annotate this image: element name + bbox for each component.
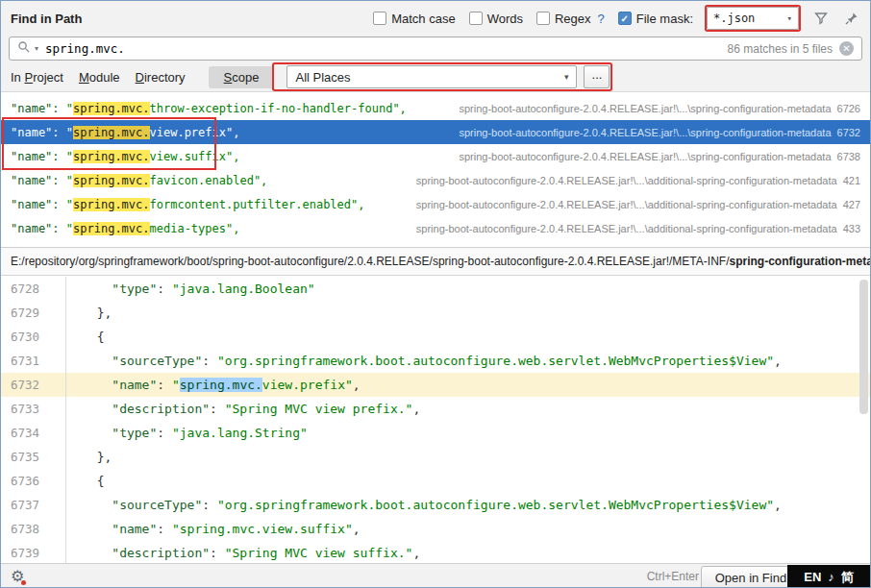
code-line-text: "sourceType": "org.springframework.boot.… (66, 493, 782, 517)
code-line-text: }, (66, 445, 112, 469)
result-row[interactable]: "name": "spring.mvc.throw-exception-if-n… (1, 96, 870, 120)
scope-tab-scope[interactable]: Scope (209, 66, 275, 88)
ime-language-indicator[interactable]: EN ♪ 简 (787, 565, 870, 588)
file-mask-combobox[interactable]: *.json (707, 7, 799, 30)
result-match-text: "name": "spring.mvc.view.prefix", (11, 126, 239, 139)
code-line-text: "sourceType": "org.springframework.boot.… (66, 349, 782, 373)
search-query-text: spring.mvc. (45, 41, 125, 56)
code-line-text: { (66, 325, 104, 349)
line-number: 6736 (1, 469, 66, 493)
preview-file-path: E:/repository/org/springframework/boot/s… (1, 247, 870, 276)
result-row[interactable]: "name": "spring.mvc.view.prefix",spring-… (1, 120, 870, 144)
match-case-checkbox[interactable]: Match case (373, 12, 455, 26)
checkbox-box-checked (618, 12, 632, 25)
file-mask-checkbox[interactable]: File mask: (618, 12, 693, 26)
code-line-text: }, (66, 301, 112, 325)
chevron-down-icon (564, 72, 569, 82)
pin-icon[interactable] (843, 10, 860, 27)
match-case-label: Match case (391, 12, 455, 26)
search-icon[interactable] (17, 40, 31, 57)
clear-search-icon[interactable]: ✕ (839, 41, 854, 56)
regex-label: Regex (555, 12, 591, 26)
code-preview-editor[interactable]: 6728 "type": "java.lang.Boolean"6729 },6… (1, 277, 870, 563)
code-line: 6734 "type": "java.lang.String" (1, 421, 870, 445)
dialog-header: Find in Path Match case Words Regex ? Fi… (1, 1, 870, 36)
code-line: 6731 "sourceType": "org.springframework.… (1, 349, 870, 373)
result-row[interactable]: "name": "spring.mvc.media-types",spring-… (1, 216, 870, 240)
ime-lang-label: 简 (841, 569, 854, 586)
code-line-text: "description": "Spring MVC view prefix."… (66, 397, 420, 421)
result-match-text: "name": "spring.mvc.view.suffix", (11, 150, 239, 163)
result-row[interactable]: "name": "spring.mvc.formcontent.putfilte… (1, 192, 870, 216)
search-history-chevron-icon[interactable]: ▾ (35, 44, 38, 53)
file-mask-annotation: *.json (707, 7, 799, 30)
line-number: 6738 (1, 517, 66, 541)
line-number: 6733 (1, 397, 66, 421)
line-number: 6737 (1, 493, 66, 517)
words-checkbox[interactable]: Words (469, 12, 523, 26)
code-line: 6736 { (1, 469, 870, 493)
code-line-text: "type": "java.lang.String" (66, 421, 308, 445)
code-line: 6728 "type": "java.lang.Boolean" (1, 277, 870, 301)
filter-icon[interactable] (812, 10, 830, 27)
file-path-prefix: E:/repository/org/springframework/boot/s… (11, 255, 729, 268)
scope-tab-directory[interactable]: Directory (136, 70, 186, 85)
results-list: "name": "spring.mvc.throw-exception-if-n… (1, 92, 870, 247)
result-row[interactable]: "name": "spring.mvc.view.suffix",spring-… (1, 144, 870, 168)
line-number: 6731 (1, 349, 66, 373)
find-in-path-dialog: Find in Path Match case Words Regex ? Fi… (0, 0, 871, 588)
scope-tab-module[interactable]: Module (79, 70, 120, 85)
code-lines: 6728 "type": "java.lang.Boolean"6729 },6… (1, 277, 870, 563)
search-row: ▾ spring.mvc. 86 matches in 5 files ✕ (1, 36, 870, 62)
checkbox-box (373, 12, 386, 25)
checkbox-box (469, 12, 483, 25)
ime-mode-icon: ♪ (828, 570, 834, 584)
chevron-down-icon (787, 13, 792, 23)
result-file-path: spring-boot-autoconfigure-2.0.4.RELEASE.… (441, 127, 860, 138)
scope-more-button[interactable]: ... (584, 65, 610, 88)
result-file-path: spring-boot-autoconfigure-2.0.4.RELEASE.… (441, 103, 860, 114)
line-number: 6728 (1, 277, 66, 301)
scope-combo-annotation: All Places ... (274, 64, 610, 89)
ime-en-label: EN (804, 570, 821, 584)
code-line: 6739 "description": "Spring MVC view suf… (1, 541, 870, 563)
file-mask-label: File mask: (636, 12, 693, 26)
code-line: 6730 { (1, 325, 870, 349)
scope-combo-value: All Places (295, 70, 350, 85)
result-match-text: "name": "spring.mvc.throw-exception-if-n… (11, 102, 407, 115)
gear-icon[interactable]: ⚙ (11, 569, 24, 584)
code-line: 6733 "description": "Spring MVC view pre… (1, 397, 870, 421)
result-file-path: spring-boot-autoconfigure-2.0.4.RELEASE.… (441, 151, 860, 162)
code-line-text: "name": "spring.mvc.view.suffix", (66, 517, 361, 541)
line-number: 6734 (1, 421, 66, 445)
result-row[interactable]: "name": "spring.mvc.favicon.enabled",spr… (1, 168, 870, 192)
line-number: 6729 (1, 301, 66, 325)
match-count-status: 86 matches in 5 files (728, 42, 833, 56)
search-input[interactable]: ▾ spring.mvc. 86 matches in 5 files ✕ (9, 37, 862, 61)
file-mask-value: *.json (713, 12, 755, 25)
result-file-path: spring-boot-autoconfigure-2.0.4.RELEASE.… (399, 223, 860, 234)
regex-checkbox[interactable]: Regex ? (536, 12, 605, 26)
scrollbar-thumb[interactable] (859, 280, 868, 414)
code-line: 6738 "name": "spring.mvc.view.suffix", (1, 517, 870, 541)
code-line-text: { (66, 469, 104, 493)
code-line: 6735 }, (1, 445, 870, 469)
file-path-name: spring-configuration-metadata (729, 255, 870, 268)
scope-tab-in-project[interactable]: In Project (11, 70, 63, 85)
code-line: 6737 "sourceType": "org.springframework.… (1, 493, 870, 517)
code-line: 6729 }, (1, 301, 870, 325)
scope-combobox[interactable]: All Places (286, 65, 577, 88)
dialog-title: Find in Path (11, 12, 82, 26)
code-line-text: "name": "spring.mvc.view.prefix", (66, 373, 361, 397)
regex-help-link[interactable]: ? (598, 12, 605, 26)
line-number: 6730 (1, 325, 66, 349)
result-match-text: "name": "spring.mvc.favicon.enabled", (11, 174, 267, 187)
result-match-text: "name": "spring.mvc.formcontent.putfilte… (11, 198, 364, 211)
scope-tabs: In ProjectModuleDirectoryScope (11, 66, 274, 88)
result-file-path: spring-boot-autoconfigure-2.0.4.RELEASE.… (399, 175, 860, 186)
code-line-text: "type": "java.lang.Boolean" (66, 277, 315, 301)
shortcut-hint: Ctrl+Enter (647, 570, 699, 583)
line-number: 6732 (1, 373, 66, 397)
result-match-text: "name": "spring.mvc.media-types", (11, 222, 239, 235)
dialog-footer: ⚙ Ctrl+Enter Open in Find Window EN ♪ 简 (1, 563, 870, 588)
